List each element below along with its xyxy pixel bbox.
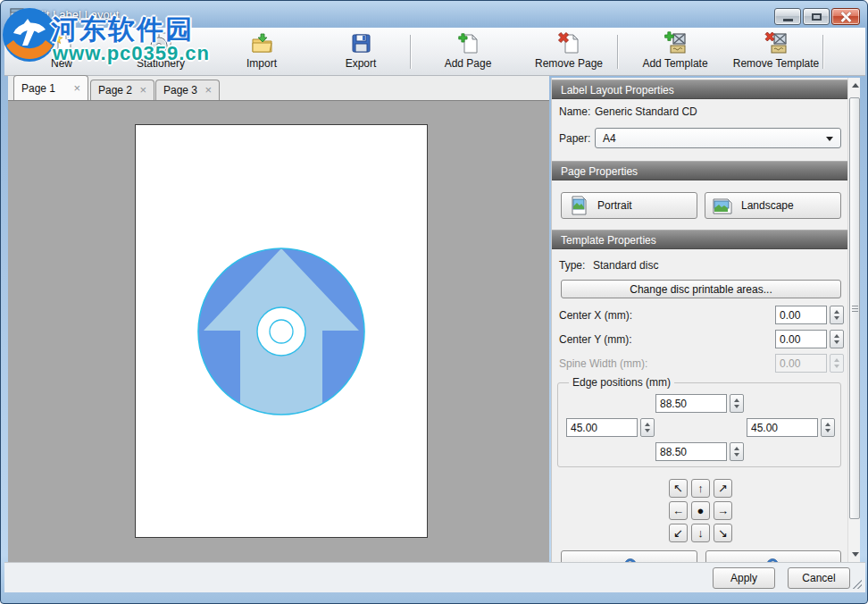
- design-canvas[interactable]: [8, 101, 549, 562]
- cancel-button[interactable]: Cancel: [788, 567, 850, 589]
- arrow-up-left-icon: ↖: [673, 482, 683, 495]
- rotate-right-button[interactable]: [705, 550, 841, 562]
- scroll-down-button[interactable]: [849, 547, 860, 561]
- tab-page-1-label: Page 1: [21, 82, 55, 95]
- remove-page-icon: [557, 30, 581, 56]
- resize-grip[interactable]: [853, 580, 862, 589]
- tab-page-1[interactable]: Page 1 ×: [13, 75, 88, 100]
- arrow-down-left-icon: ↙: [673, 526, 683, 540]
- toolbar-import-button[interactable]: Import: [212, 30, 312, 73]
- toolbar-separator: [617, 35, 618, 69]
- maximize-icon: [812, 13, 822, 21]
- edge-top-input[interactable]: [655, 394, 727, 413]
- toolbar-remove-page-button[interactable]: Remove Page: [521, 30, 617, 73]
- scroll-up-icon: [852, 83, 859, 88]
- spin-down-icon: [734, 405, 739, 408]
- edge-left-input[interactable]: [566, 418, 638, 437]
- spin-down-icon: [834, 365, 839, 368]
- arrow-up-right-icon: ↗: [718, 482, 728, 495]
- type-label: Type:: [559, 259, 585, 272]
- tab-page-1-close-icon[interactable]: ×: [73, 84, 80, 93]
- toolbar-add-template-label: Add Template: [642, 57, 707, 70]
- paper-page[interactable]: [135, 124, 428, 538]
- change-printable-areas-button[interactable]: Change disc printable areas...: [561, 280, 841, 298]
- scrollbar-thumb[interactable]: [849, 97, 860, 519]
- toolbar-separator: [410, 35, 411, 69]
- cancel-label: Cancel: [802, 572, 835, 584]
- scroll-up-button[interactable]: [849, 79, 860, 93]
- toolbar-add-page-button[interactable]: Add Page: [417, 30, 519, 73]
- edge-bottom-input[interactable]: [655, 442, 727, 461]
- change-printable-areas-label: Change disc printable areas...: [630, 283, 772, 296]
- arrow-up-icon: ↑: [697, 482, 704, 495]
- spin-down-icon: [645, 429, 650, 432]
- tab-page-3-close-icon[interactable]: ×: [204, 86, 212, 95]
- center-y-input[interactable]: [775, 330, 827, 348]
- export-floppy-icon: [349, 30, 373, 56]
- toolbar-add-template-button[interactable]: Add Template: [624, 30, 726, 73]
- edge-left-spinner[interactable]: [640, 418, 655, 437]
- name-value: Generic Standard CD: [595, 105, 697, 118]
- tab-page-2[interactable]: Page 2 ×: [90, 80, 154, 100]
- page-tabstrip: Page 1 × Page 2 × Page 3 ×: [8, 76, 549, 101]
- toolbar-stationery-label: Stationery: [137, 57, 185, 70]
- properties-panel: Label Layout Properties Name: Generic St…: [551, 78, 847, 562]
- portrait-label: Portrait: [597, 199, 632, 212]
- paper-select[interactable]: A4: [595, 128, 841, 148]
- nudge-down-right-button[interactable]: ↘: [714, 524, 732, 542]
- apply-button[interactable]: Apply: [713, 567, 775, 589]
- panel-scrollbar[interactable]: [847, 78, 860, 562]
- arrow-left-icon: ←: [672, 504, 684, 517]
- portrait-button[interactable]: Portrait: [561, 192, 697, 219]
- toolbar-new-button[interactable]: New: [13, 30, 110, 73]
- toolbar-remove-template-label: Remove Template: [733, 57, 820, 70]
- center-x-input[interactable]: [775, 306, 827, 324]
- spin-down-icon: [834, 340, 839, 344]
- tab-page-2-close-icon[interactable]: ×: [139, 86, 146, 95]
- apply-label: Apply: [730, 572, 757, 584]
- center-x-spinner[interactable]: [830, 306, 844, 324]
- cd-disc-preview[interactable]: [136, 125, 427, 537]
- arrow-down-right-icon: ↘: [718, 526, 728, 540]
- toolbar-export-button[interactable]: Export: [313, 30, 408, 73]
- minimize-button[interactable]: [774, 8, 801, 25]
- maximize-button[interactable]: [803, 8, 830, 25]
- edge-bottom-spinner[interactable]: [730, 442, 744, 461]
- rotate-right-icon: [765, 556, 781, 562]
- spine-width-input: [775, 354, 827, 373]
- scroll-down-icon: [852, 552, 859, 557]
- nudge-up-button[interactable]: ↑: [691, 479, 710, 498]
- close-button[interactable]: [831, 8, 860, 25]
- paper-label: Paper:: [559, 132, 590, 145]
- nudge-center-button[interactable]: ●: [691, 501, 710, 520]
- nudge-up-left-button[interactable]: ↖: [669, 479, 688, 498]
- toolbar-stationery-button[interactable]: Stationery: [112, 30, 210, 73]
- tab-page-2-label: Page 2: [98, 84, 132, 96]
- nudge-down-button[interactable]: ↓: [691, 524, 710, 542]
- edge-right-spinner[interactable]: [821, 418, 835, 437]
- center-y-spinner[interactable]: [830, 330, 844, 348]
- add-page-icon: [456, 30, 480, 56]
- toolbar-remove-page-label: Remove Page: [535, 57, 603, 70]
- edge-positions-label: Edge positions (mm): [569, 376, 674, 389]
- spin-up-icon: [834, 310, 839, 314]
- rotate-left-button[interactable]: [561, 550, 697, 562]
- nudge-left-button[interactable]: ←: [669, 501, 688, 520]
- edge-top-spinner[interactable]: [730, 394, 744, 413]
- app-icon: [10, 7, 26, 23]
- nudge-up-right-button[interactable]: ↗: [714, 479, 732, 498]
- spine-width-spinner: [830, 354, 844, 373]
- spin-down-icon: [834, 316, 839, 320]
- toolbar-remove-template-button[interactable]: Remove Template: [726, 30, 826, 73]
- nudge-right-button[interactable]: →: [714, 501, 732, 520]
- center-y-label: Center Y (mm):: [559, 333, 632, 346]
- spin-up-icon: [645, 423, 650, 426]
- center-x-label: Center X (mm):: [559, 309, 632, 322]
- toolbar: New Stationery Import Export Add Page: [4, 28, 865, 76]
- tab-page-3[interactable]: Page 3 ×: [155, 80, 220, 100]
- name-label: Name:: [559, 105, 590, 118]
- center-dot-icon: ●: [697, 504, 705, 517]
- nudge-down-left-button[interactable]: ↙: [669, 524, 688, 542]
- edge-right-input[interactable]: [747, 418, 818, 437]
- landscape-button[interactable]: Landscape: [705, 192, 841, 219]
